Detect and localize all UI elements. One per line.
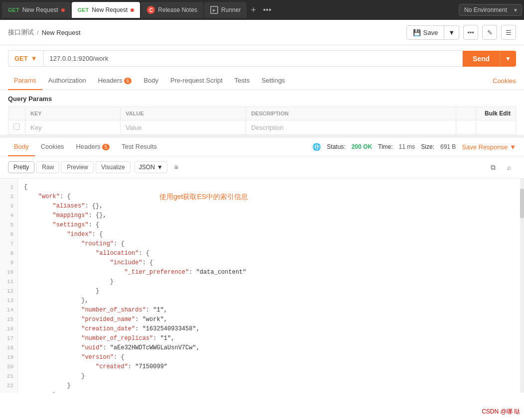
line-number: 3	[0, 202, 17, 211]
tab-tests[interactable]: Tests	[229, 72, 256, 90]
row-key[interactable]: Key	[25, 120, 121, 135]
code-line: "work": {	[24, 192, 518, 202]
breadcrumb-current: New Request	[42, 29, 81, 36]
method-select[interactable]: GET ▼	[8, 50, 43, 67]
tab-authorization[interactable]: Authorization	[42, 72, 92, 90]
resp-tab-body[interactable]: Body	[8, 138, 35, 156]
response-tabs-bar: Body Cookies Headers5 Test Results 🌐 Sta…	[0, 138, 524, 156]
th-checkbox	[8, 107, 25, 120]
response-section: Body Cookies Headers5 Test Results 🌐 Sta…	[0, 135, 524, 393]
size-label: Size:	[421, 143, 434, 150]
format-raw-button[interactable]: Raw	[36, 161, 59, 173]
line-number: 12	[0, 287, 17, 296]
add-tab-button[interactable]: +	[248, 5, 259, 15]
header-actions: 💾 Save ▼ ••• ✎ ☰	[406, 25, 516, 40]
format-visualize-button[interactable]: Visualize	[96, 161, 131, 173]
json-format-select[interactable]: JSON ▼	[134, 161, 167, 173]
breadcrumb-parent: 接口测试	[8, 28, 34, 37]
time-value: 11 ms	[399, 143, 415, 150]
filter-icon-button[interactable]: ≡	[169, 160, 183, 174]
more-options-button[interactable]: •••	[463, 25, 478, 40]
tab-dot-2	[131, 8, 134, 12]
row-description[interactable]: Description	[246, 120, 456, 135]
tab-method-get-2: GET	[78, 7, 89, 13]
th-key: KEY	[25, 107, 121, 120]
cookies-link[interactable]: Cookies	[493, 77, 516, 85]
code-line: }	[24, 381, 518, 391]
query-params-section: Query Params KEY VALUE DESCRIPTION Bulk …	[0, 90, 524, 135]
code-line: "settings": {	[24, 220, 518, 230]
url-bar: GET ▼ Send ▼	[0, 45, 524, 72]
code-line: {	[24, 183, 518, 192]
resp-headers-label: Headers	[76, 143, 101, 150]
code-line: "created": "7150099"	[24, 362, 518, 372]
tab-settings[interactable]: Settings	[256, 72, 291, 90]
code-line: }	[24, 287, 518, 296]
search-icon: ⌕	[507, 163, 511, 171]
resp-tab-headers[interactable]: Headers5	[70, 138, 116, 156]
copy-button[interactable]: ⧉	[486, 160, 500, 174]
filter-icon: ≡	[174, 163, 178, 171]
code-line: "version": {	[24, 353, 518, 362]
status-label: Status:	[327, 143, 345, 150]
save-response-label: Save Response	[462, 143, 508, 151]
response-meta: 🌐 Status: 200 OK Time: 11 ms Size: 691 B…	[312, 143, 516, 151]
tab-label-1: New Request	[22, 6, 58, 13]
save-button-group: 💾 Save ▼	[406, 25, 459, 40]
param-checkbox[interactable]	[13, 123, 20, 130]
tab-headers[interactable]: Headers6	[92, 72, 138, 90]
tab-label-runner: Runner	[221, 6, 241, 13]
search-button[interactable]: ⌕	[502, 160, 516, 174]
json-label: JSON	[139, 164, 155, 171]
send-label: Send	[463, 51, 500, 67]
line-number: 9	[0, 258, 17, 268]
line-number: 1	[0, 183, 17, 192]
tab-headers-label: Headers	[98, 77, 123, 84]
save-label: Save	[423, 29, 438, 36]
th-bulk-edit[interactable]: Bulk Edit	[476, 107, 516, 120]
tab-method-get-1: GET	[8, 7, 19, 13]
tab-release-notes[interactable]: C Release Notes	[141, 2, 203, 18]
row-value[interactable]: Value	[121, 120, 246, 135]
save-button[interactable]: 💾 Save	[407, 26, 444, 39]
save-response-button[interactable]: Save Response ▼	[462, 143, 516, 151]
scrollbar-thumb[interactable]	[520, 189, 524, 218]
tab-prerequest[interactable]: Pre-request Script	[164, 72, 229, 90]
tab-runner[interactable]: ▶ Runner	[204, 2, 247, 18]
code-line: "_tier_preference": "data_content"	[24, 268, 518, 277]
edit-button[interactable]: ✎	[482, 25, 497, 40]
tab-body[interactable]: Body	[137, 72, 164, 90]
resp-tab-testresults[interactable]: Test Results	[116, 138, 163, 156]
tab-new-request-2[interactable]: GET New Request	[72, 2, 140, 18]
environment-selector[interactable]: No Environment	[459, 4, 522, 16]
table-row: Key Value Description	[8, 120, 516, 135]
line-number: 16	[0, 324, 17, 334]
code-line: "creation_date": "1632540933458",	[24, 324, 518, 334]
code-line: "mappings": {},	[24, 211, 518, 220]
code-line: "number_of_shards": "1",	[24, 306, 518, 315]
format-preview-button[interactable]: Preview	[61, 161, 94, 173]
format-pretty-button[interactable]: Pretty	[8, 161, 34, 173]
line-number: 13	[0, 296, 17, 306]
save-dropdown-button[interactable]: ▼	[444, 26, 459, 39]
row-checkbox	[8, 120, 25, 135]
line-number: 14	[0, 306, 17, 315]
query-params-title: Query Params	[8, 95, 516, 103]
tab-bar-actions: No Environment ▼	[459, 4, 522, 16]
json-arrow-icon: ▼	[157, 164, 163, 171]
notes-button[interactable]: ☰	[501, 25, 516, 40]
url-input[interactable]	[43, 50, 463, 67]
more-tabs-button[interactable]: •••	[260, 5, 274, 14]
scrollbar-track[interactable]	[520, 179, 524, 393]
send-button[interactable]: Send ▼	[463, 51, 516, 67]
line-numbers: 1234567891011121314151617181920212223242…	[0, 179, 18, 393]
notes-icon: ☰	[506, 29, 512, 36]
bulk-edit-button[interactable]: Bulk Edit	[485, 110, 511, 117]
tab-new-request-1[interactable]: GET New Request	[2, 2, 71, 18]
tab-dot-1	[61, 8, 65, 12]
line-number: 19	[0, 353, 17, 362]
th-actions	[456, 107, 476, 120]
tab-params[interactable]: Params	[8, 72, 42, 90]
line-number: 11	[0, 277, 17, 287]
resp-tab-cookies[interactable]: Cookies	[35, 138, 70, 156]
